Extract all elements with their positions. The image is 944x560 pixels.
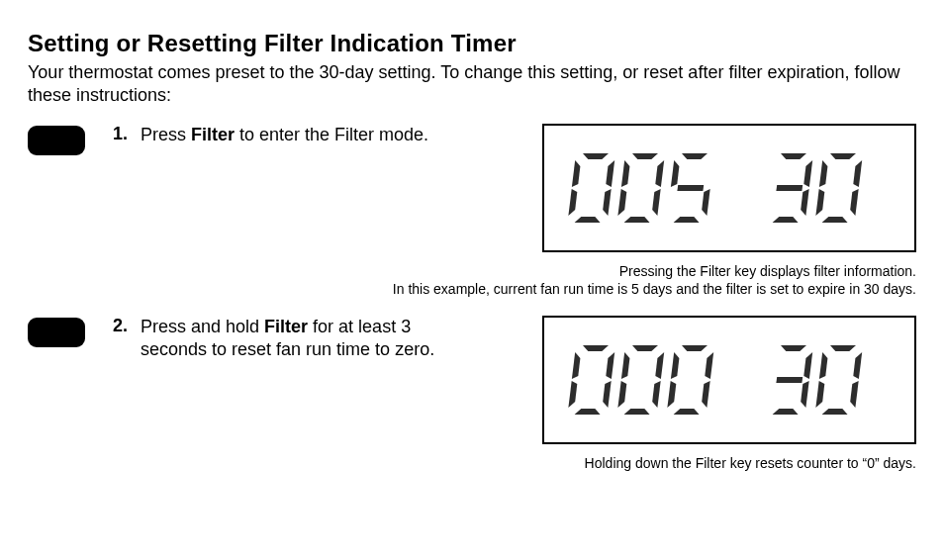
svg-marker-33 xyxy=(819,160,828,187)
svg-marker-28 xyxy=(830,153,856,159)
svg-marker-53 xyxy=(667,381,676,408)
svg-marker-17 xyxy=(674,217,700,223)
step-instruction: Press and hold Filter for at least 3 sec… xyxy=(141,316,437,360)
svg-marker-27 xyxy=(776,185,802,191)
svg-marker-60 xyxy=(766,381,775,408)
step-instruction: Press Filter to enter the Filter mode. xyxy=(141,124,428,146)
step-pre: Press xyxy=(141,125,191,144)
svg-marker-15 xyxy=(705,160,713,187)
svg-marker-34 xyxy=(825,185,852,191)
svg-marker-10 xyxy=(624,217,650,223)
svg-marker-62 xyxy=(776,377,802,383)
svg-marker-49 xyxy=(682,345,708,351)
svg-marker-38 xyxy=(575,409,601,415)
svg-marker-16 xyxy=(702,189,710,216)
svg-marker-22 xyxy=(803,160,812,187)
caption-line: Pressing the Filter key displays filter … xyxy=(619,263,916,279)
svg-marker-58 xyxy=(801,381,809,408)
svg-marker-37 xyxy=(603,381,612,408)
svg-marker-46 xyxy=(617,381,626,408)
step-post: to enter the Filter mode. xyxy=(235,125,428,144)
lcd-display-1 xyxy=(542,124,916,252)
svg-marker-5 xyxy=(572,160,581,187)
svg-marker-4 xyxy=(568,189,577,216)
svg-marker-26 xyxy=(770,160,779,187)
svg-marker-7 xyxy=(632,153,658,159)
svg-marker-57 xyxy=(803,352,812,379)
step-bold: Filter xyxy=(264,317,308,336)
svg-marker-67 xyxy=(815,381,824,408)
svg-marker-0 xyxy=(583,153,609,159)
svg-marker-6 xyxy=(578,185,605,191)
svg-marker-51 xyxy=(702,381,710,408)
caption-2: Holding down the Filter key resets count… xyxy=(28,454,916,472)
caption-1: Pressing the Filter key displays filter … xyxy=(28,262,916,298)
svg-marker-14 xyxy=(682,153,708,159)
svg-marker-50 xyxy=(705,352,713,379)
svg-marker-35 xyxy=(583,345,609,351)
svg-marker-42 xyxy=(632,345,658,351)
svg-marker-11 xyxy=(617,189,626,216)
step-bold: Filter xyxy=(191,125,235,144)
svg-marker-47 xyxy=(621,352,630,379)
step-row-2: 2. Press and hold Filter for at least 3 … xyxy=(28,316,916,444)
svg-marker-30 xyxy=(850,189,859,216)
svg-marker-12 xyxy=(621,160,630,187)
svg-marker-68 xyxy=(819,352,828,379)
svg-marker-40 xyxy=(572,352,581,379)
svg-marker-69 xyxy=(825,377,852,383)
svg-marker-39 xyxy=(568,381,577,408)
svg-marker-63 xyxy=(830,345,856,351)
caption-line: In this example, current fan run time is… xyxy=(393,281,916,297)
filter-button-icon xyxy=(28,318,85,347)
step-row-1: 1. Press Filter to enter the Filter mode… xyxy=(28,124,916,252)
svg-marker-2 xyxy=(603,189,612,216)
svg-marker-54 xyxy=(671,352,680,379)
svg-marker-3 xyxy=(575,217,601,223)
svg-marker-43 xyxy=(655,352,664,379)
step-number: 2. xyxy=(113,316,141,336)
svg-marker-61 xyxy=(770,352,779,379)
svg-marker-44 xyxy=(652,381,661,408)
svg-marker-24 xyxy=(773,217,799,223)
svg-marker-32 xyxy=(815,189,824,216)
svg-marker-20 xyxy=(677,185,704,191)
svg-marker-41 xyxy=(578,377,605,383)
svg-marker-66 xyxy=(822,409,848,415)
svg-marker-1 xyxy=(606,160,614,187)
svg-marker-64 xyxy=(853,352,862,379)
intro-text: Your thermostat comes preset to the 30-d… xyxy=(28,61,916,106)
svg-marker-23 xyxy=(801,189,809,216)
svg-marker-48 xyxy=(627,377,654,383)
svg-marker-45 xyxy=(624,409,650,415)
svg-marker-8 xyxy=(655,160,664,187)
svg-marker-65 xyxy=(850,381,859,408)
svg-marker-59 xyxy=(773,409,799,415)
filter-button-icon xyxy=(28,126,85,155)
svg-marker-29 xyxy=(853,160,862,187)
svg-marker-13 xyxy=(627,185,654,191)
step-number: 1. xyxy=(113,124,141,144)
svg-marker-56 xyxy=(781,345,806,351)
svg-marker-36 xyxy=(606,352,614,379)
svg-marker-31 xyxy=(822,217,848,223)
svg-marker-9 xyxy=(652,189,661,216)
caption-line: Holding down the Filter key resets count… xyxy=(585,455,916,471)
svg-marker-19 xyxy=(671,160,680,187)
step-pre: Press and hold xyxy=(141,317,264,336)
svg-marker-55 xyxy=(677,377,704,383)
lcd-display-2 xyxy=(542,316,916,444)
svg-marker-52 xyxy=(674,409,700,415)
page-title: Setting or Resetting Filter Indication T… xyxy=(28,30,916,57)
svg-marker-18 xyxy=(667,189,676,216)
svg-marker-25 xyxy=(766,189,775,216)
svg-marker-21 xyxy=(781,153,806,159)
